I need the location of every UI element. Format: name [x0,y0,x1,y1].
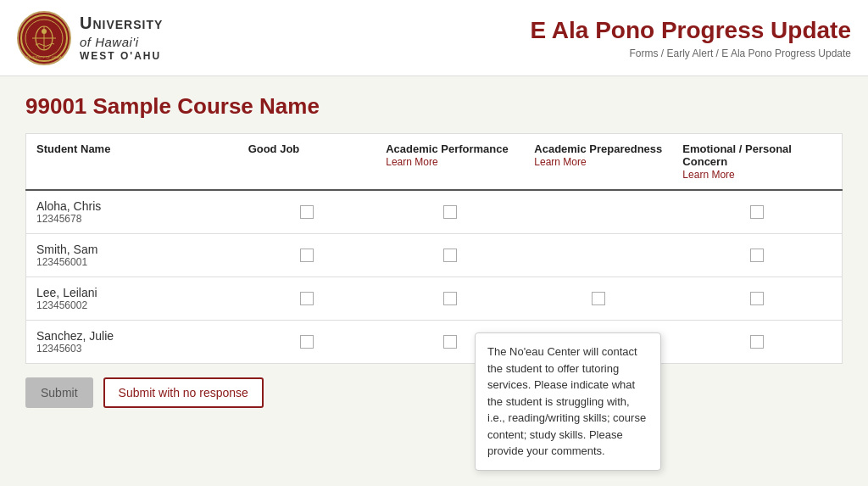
student-id-4: 12345603 [36,343,228,355]
good-job-cell-4 [238,321,376,364]
table-header-row: Student Name Good Job Academic Performan… [26,134,843,191]
breadcrumb-early-alert[interactable]: Early Alert [667,47,714,59]
svg-point-5 [42,29,47,34]
student-table: Student Name Good Job Academic Performan… [25,133,843,364]
page-header: UNIVERSITY OF HAWAII University of Hawai… [0,0,868,76]
submit-no-response-button[interactable]: Submit with no response [103,377,264,408]
table-row: Aloha, Chris 12345678 [26,190,843,234]
breadcrumb-sep1: / [659,47,667,59]
student-name-2: Smith, Sam [36,243,228,256]
uni-name-line1: University [80,12,163,34]
academic-perf-checkbox-4[interactable] [443,335,457,349]
emotional-cell-2 [672,234,842,277]
academic-preparedness-tooltip: The No'eau Center will contact the stude… [475,332,661,471]
good-job-cell-2 [238,234,376,277]
submit-button[interactable]: Submit [25,377,93,408]
col-header-student-name: Student Name [26,134,238,191]
academic-prep-cell-3 [524,277,672,321]
student-id-2: 123456001 [36,256,228,268]
breadcrumb: Forms / Early Alert / E Ala Pono Progres… [163,47,851,59]
col-header-academic-performance: Academic Performance Learn More [376,134,524,191]
emotional-cell-4 [672,321,842,364]
university-name-block: University of Hawai'i West O'ahu [80,12,163,64]
col-header-good-job: Good Job [238,134,376,191]
emotional-checkbox-2[interactable] [750,249,764,262]
header-right: E Ala Pono Progress Update Forms / Early… [163,17,851,59]
emotional-checkbox-1[interactable] [750,205,764,219]
student-id-1: 12345678 [36,213,228,225]
good-job-checkbox-4[interactable] [300,335,314,349]
student-name-4: Sanchez, Julie [36,329,228,343]
good-job-checkbox-2[interactable] [300,249,314,262]
svg-text:UNIVERSITY OF HAWAII: UNIVERSITY OF HAWAII [25,55,64,59]
student-name-cell-3: Lee, Leilani 123456002 [26,277,238,321]
academic-perf-checkbox-2[interactable] [443,249,457,262]
good-job-checkbox-1[interactable] [300,205,314,219]
emotional-cell-1 [672,190,842,234]
button-row: Submit Submit with no response [25,377,843,408]
academic-prep-cell-2 [524,234,672,277]
academic-prep-cell-1 [524,190,672,234]
breadcrumb-forms[interactable]: Forms [630,47,659,59]
student-name-cell-2: Smith, Sam 123456001 [26,234,238,277]
academic-perf-cell-1 [376,190,524,234]
emotional-cell-3 [672,277,842,321]
emotional-checkbox-4[interactable] [750,335,764,349]
learn-more-academic-performance[interactable]: Learn More [386,156,437,168]
learn-more-emotional-concern[interactable]: Learn More [682,169,734,181]
academic-perf-cell-3 [376,277,524,321]
learn-more-academic-preparedness[interactable]: Learn More [534,156,586,168]
uni-name-line2: of Hawai'i [80,34,163,51]
tooltip-text: The No'eau Center will contact the stude… [487,345,646,457]
course-title: 99001 Sample Course Name [25,93,843,120]
table-row: Sanchez, Julie 12345603 [26,321,843,364]
table-row: Smith, Sam 123456001 [26,234,843,277]
good-job-cell-3 [238,277,376,321]
good-job-checkbox-3[interactable] [300,292,314,305]
academic-prep-checkbox-3[interactable] [592,292,605,305]
col-header-academic-preparedness: Academic Preparedness Learn More [524,134,672,191]
breadcrumb-current: E Ala Pono Progress Update [721,47,851,59]
student-id-3: 123456002 [36,299,228,311]
university-seal: UNIVERSITY OF HAWAII [17,11,71,65]
academic-perf-cell-2 [376,234,524,277]
table-row: Lee, Leilani 123456002 [26,277,843,321]
uni-campus: West O'ahu [80,50,163,64]
breadcrumb-sep2: / [713,47,721,59]
student-name-1: Aloha, Chris [36,199,228,213]
logo-area: UNIVERSITY OF HAWAII University of Hawai… [17,11,163,65]
academic-perf-checkbox-1[interactable] [443,205,457,219]
student-name-cell-4: Sanchez, Julie 12345603 [26,321,238,364]
good-job-cell-1 [238,190,376,234]
student-name-3: Lee, Leilani [36,286,228,299]
page-title: E Ala Pono Progress Update [163,17,851,44]
student-name-cell-1: Aloha, Chris 12345678 [26,190,238,234]
emotional-checkbox-3[interactable] [750,292,764,305]
main-content: 99001 Sample Course Name Student Name Go… [0,76,868,425]
col-header-emotional-concern: Emotional / Personal Concern Learn More [672,134,842,191]
academic-perf-checkbox-3[interactable] [443,292,457,305]
